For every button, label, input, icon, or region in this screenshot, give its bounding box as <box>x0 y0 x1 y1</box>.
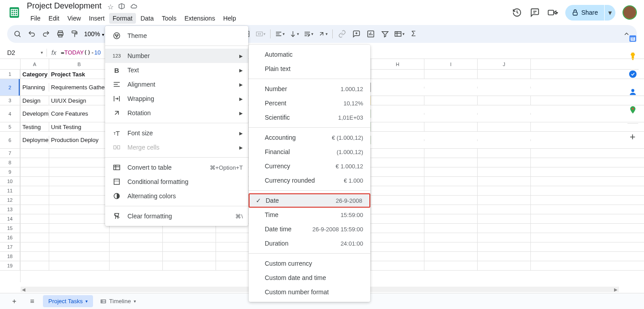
cell-H5[interactable] <box>371 122 424 131</box>
row-header-16[interactable]: 16 <box>0 233 20 242</box>
cell-D16[interactable] <box>163 233 216 242</box>
rotate-text-icon[interactable]: ▾ <box>316 27 330 41</box>
cell-J3[interactable] <box>478 96 531 105</box>
row-header-7[interactable]: 7 <box>0 149 20 158</box>
v-align-icon[interactable]: ▾ <box>288 27 301 41</box>
keep-icon[interactable] <box>628 52 637 61</box>
merge-cells-icon[interactable]: ▾ <box>254 27 267 41</box>
cell-J11[interactable] <box>478 186 531 195</box>
all-sheets-icon[interactable]: ≡ <box>25 294 39 309</box>
row-header-14[interactable]: 14 <box>0 214 20 224</box>
history-icon[interactable] <box>512 7 522 18</box>
functions-icon[interactable]: Σ <box>407 27 420 41</box>
cell-J6[interactable] <box>478 139 531 141</box>
cell-A8[interactable] <box>21 158 49 167</box>
cloud-status-icon[interactable] <box>130 3 138 11</box>
print-icon[interactable] <box>54 27 67 41</box>
format-theme[interactable]: Theme <box>105 29 248 43</box>
cell-J9[interactable] <box>478 167 531 176</box>
cell-B1[interactable]: Project Task <box>49 70 110 79</box>
number-format-plain-text[interactable]: Plain text <box>249 62 370 76</box>
cell-A15[interactable] <box>21 224 49 233</box>
col-header-H[interactable]: H <box>371 59 424 69</box>
row-header-13[interactable]: 13 <box>0 205 20 214</box>
number-format-currency-rounded[interactable]: Currency rounded€ 1.000 <box>249 173 370 188</box>
cell-C17[interactable] <box>110 242 163 251</box>
cell-I7[interactable] <box>424 149 478 158</box>
cell-A1[interactable]: Category <box>21 70 49 79</box>
cell-I3[interactable] <box>424 96 478 105</box>
cell-A19[interactable] <box>21 261 49 270</box>
cell-B14[interactable] <box>49 214 110 223</box>
cell-A10[interactable] <box>21 177 49 186</box>
row-header-15[interactable]: 15 <box>0 224 20 233</box>
menu-insert[interactable]: Insert <box>85 13 108 24</box>
cell-D18[interactable] <box>163 252 216 261</box>
cell-A4[interactable]: Development <box>21 109 49 118</box>
cell-I14[interactable] <box>424 214 478 223</box>
cell-J7[interactable] <box>478 149 531 158</box>
row-header-3[interactable]: 3 <box>0 96 20 105</box>
cell-B11[interactable] <box>49 186 110 195</box>
cell-J10[interactable] <box>478 177 531 186</box>
cell-H12[interactable] <box>371 196 424 205</box>
number-format-financial[interactable]: Financial(1.000,12) <box>249 145 370 159</box>
number-format-time[interactable]: Time15:59:00 <box>249 208 370 222</box>
menu-extensions[interactable]: Extensions <box>181 13 218 24</box>
formula-input[interactable]: =TODAY()-10 <box>61 49 101 56</box>
menu-tools[interactable]: Tools <box>158 13 180 24</box>
cell-B4[interactable]: Core Features <box>49 109 110 118</box>
cell-J12[interactable] <box>478 196 531 205</box>
cell-J1[interactable] <box>478 70 531 79</box>
cell-J5[interactable] <box>478 122 531 131</box>
format-number[interactable]: 123Number▶ <box>105 49 248 63</box>
cell-B6[interactable]: Production Deploy <box>49 136 110 144</box>
cell-H4[interactable] <box>371 113 424 115</box>
cell-A6[interactable]: Deployment <box>21 136 49 144</box>
format-rotation[interactable]: Rotation▶ <box>105 106 248 120</box>
star-icon[interactable]: ☆ <box>107 3 114 11</box>
sheets-logo[interactable] <box>7 5 21 20</box>
number-format-duration[interactable]: Duration24:01:00 <box>249 236 370 251</box>
cell-I1[interactable] <box>424 70 478 79</box>
cell-A12[interactable] <box>21 196 49 205</box>
row-header-12[interactable]: 12 <box>0 196 20 205</box>
zoom-select[interactable]: 100% ▾ <box>82 30 106 38</box>
cell-I5[interactable] <box>424 122 478 131</box>
tasks-icon[interactable] <box>628 70 637 79</box>
cell-H13[interactable] <box>371 205 424 214</box>
cell-H17[interactable] <box>371 242 424 251</box>
cell-H3[interactable] <box>371 96 424 105</box>
share-button[interactable]: Share <box>565 5 604 21</box>
cell-H19[interactable] <box>371 261 424 270</box>
row-header-8[interactable]: 8 <box>0 158 20 167</box>
table-view-icon[interactable]: ▾ <box>393 27 406 41</box>
cell-D19[interactable] <box>163 261 216 270</box>
cell-J17[interactable] <box>478 242 531 251</box>
undo-icon[interactable] <box>25 27 38 41</box>
cell-B5[interactable]: Unit Testing <box>49 122 110 131</box>
cell-B8[interactable] <box>49 158 110 167</box>
format-clear-formatting[interactable]: Clear formatting⌘\ <box>105 209 248 223</box>
redo-icon[interactable] <box>39 27 53 41</box>
document-title[interactable]: Project Development <box>27 1 102 11</box>
number-format-scientific[interactable]: Scientific1,01E+03 <box>249 110 370 125</box>
cell-I2[interactable] <box>424 87 478 88</box>
cell-H16[interactable] <box>371 233 424 242</box>
cell-J18[interactable] <box>478 252 531 261</box>
cell-B2[interactable]: Requirements Gathe <box>49 83 110 92</box>
cell-A13[interactable] <box>21 205 49 214</box>
cell-H7[interactable] <box>371 149 424 158</box>
col-header-B[interactable]: B <box>49 59 110 69</box>
format-wrapping[interactable]: Wrapping▶ <box>105 92 248 106</box>
name-box[interactable]: D2▾ <box>7 49 47 56</box>
add-sheet-icon[interactable]: + <box>7 294 21 309</box>
account-avatar[interactable] <box>623 5 637 20</box>
meet-icon[interactable]: ▾ <box>547 7 558 18</box>
row-header-4[interactable]: 4 <box>0 105 20 122</box>
move-icon[interactable] <box>118 3 125 11</box>
cell-A11[interactable] <box>21 186 49 195</box>
cell-J2[interactable] <box>478 87 531 88</box>
number-format-date-time[interactable]: Date time26-9-2008 15:59:00 <box>249 222 370 236</box>
cell-I16[interactable] <box>424 233 478 242</box>
